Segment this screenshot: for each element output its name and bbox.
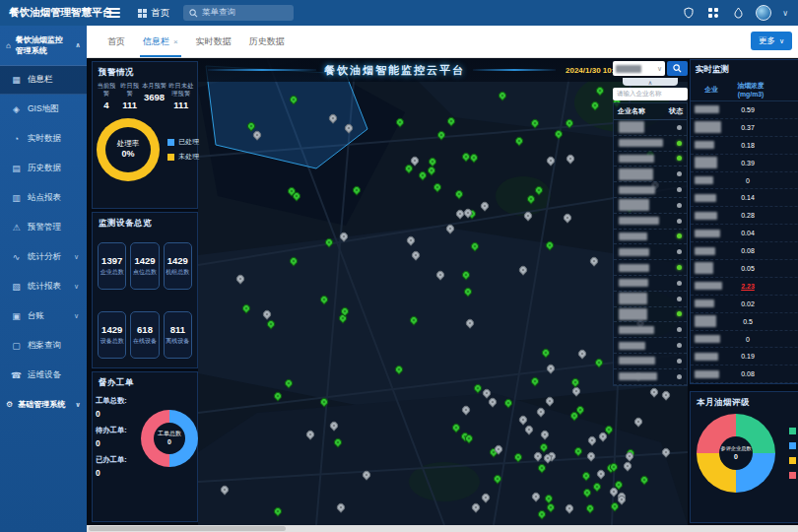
- region-select[interactable]: ∨: [613, 61, 665, 76]
- map-pin-offline-icon[interactable]: [262, 308, 273, 319]
- realtime-row[interactable]: 0.022023-09-01 17:39:00: [691, 296, 798, 313]
- map-pin-online-icon[interactable]: [512, 451, 523, 462]
- company-row[interactable]: [614, 214, 687, 230]
- map-pin-online-icon[interactable]: [569, 377, 580, 388]
- shield-icon[interactable]: [682, 6, 696, 20]
- map-pin-offline-icon[interactable]: [585, 451, 596, 462]
- map-pin-offline-icon[interactable]: [251, 129, 262, 140]
- sidebar-item-GIS地图[interactable]: ◈GIS地图: [0, 95, 87, 124]
- realtime-row[interactable]: 0.192023-10-06 13:04:00: [691, 348, 798, 366]
- company-row[interactable]: [614, 136, 687, 152]
- map-pin-online-icon[interactable]: [580, 471, 591, 482]
- company-row[interactable]: [614, 338, 687, 354]
- realtime-row[interactable]: 0.052024-01-30 10:03:00: [691, 260, 798, 278]
- map-pin-online-icon[interactable]: [283, 377, 294, 388]
- map-pin-online-icon[interactable]: [513, 135, 524, 146]
- map-pin-offline-icon[interactable]: [522, 210, 533, 221]
- map-pin-online-icon[interactable]: [333, 436, 344, 447]
- map-pin-offline-icon[interactable]: [577, 349, 588, 360]
- map-pin-offline-icon[interactable]: [523, 424, 534, 434]
- sidebar-item-历史数据[interactable]: ▤历史数据: [0, 154, 87, 183]
- map-pin-offline-icon[interactable]: [648, 386, 659, 397]
- map-pin-online-icon[interactable]: [453, 188, 464, 199]
- sidebar-item-信息栏[interactable]: ▦信息栏: [0, 65, 87, 95]
- sidebar-item-统计分析[interactable]: ∿统计分析∨: [0, 242, 87, 272]
- map-pin-offline-icon[interactable]: [546, 363, 557, 373]
- sidebar-section-base[interactable]: ⚙ 基础管理系统 ∨: [0, 390, 87, 419]
- company-row[interactable]: [614, 244, 687, 260]
- map-pin-online-icon[interactable]: [451, 423, 462, 433]
- company-name-input[interactable]: 请输入企业名称: [613, 88, 688, 100]
- map-pin-online-icon[interactable]: [426, 165, 436, 175]
- sidebar-item-站点报表[interactable]: ▥站点报表: [0, 183, 87, 213]
- company-row[interactable]: [614, 166, 687, 182]
- map-pin-offline-icon[interactable]: [336, 501, 347, 512]
- map-pin-offline-icon[interactable]: [470, 501, 481, 512]
- map-pin-offline-icon[interactable]: [481, 493, 492, 503]
- sidebar-item-实时数据[interactable]: ◔实时数据: [0, 124, 87, 154]
- map-pin-offline-icon[interactable]: [544, 395, 555, 406]
- map-pin-offline-icon[interactable]: [444, 223, 455, 233]
- company-row[interactable]: [614, 369, 687, 385]
- tab-历史数据[interactable]: 历史数据: [240, 35, 294, 57]
- company-row[interactable]: [614, 230, 687, 245]
- map-pin-offline-icon[interactable]: [517, 265, 528, 276]
- map-pin-online-icon[interactable]: [436, 129, 447, 140]
- sidebar-item-统计报表[interactable]: ▧统计报表∨: [0, 272, 87, 301]
- map-pin-online-icon[interactable]: [581, 488, 592, 499]
- realtime-row[interactable]: 0.082023-12-03 12:47:00: [691, 366, 798, 383]
- map-pin-online-icon[interactable]: [541, 348, 552, 359]
- map-pin-offline-icon[interactable]: [545, 155, 556, 166]
- map-pin-online-icon[interactable]: [240, 302, 251, 313]
- company-row[interactable]: [614, 152, 687, 167]
- company-row[interactable]: [614, 260, 687, 276]
- map-pin-online-icon[interactable]: [526, 193, 537, 204]
- map-pin-online-icon[interactable]: [537, 462, 548, 473]
- map-pin-online-icon[interactable]: [445, 115, 456, 126]
- map-pin-offline-icon[interactable]: [565, 502, 575, 513]
- map-pin-online-icon[interactable]: [502, 397, 513, 408]
- realtime-row[interactable]: 0.372024-01-30 10:03:00: [691, 119, 798, 137]
- map-pin-offline-icon[interactable]: [361, 469, 371, 480]
- map-pin-online-icon[interactable]: [352, 184, 363, 195]
- map-pin-offline-icon[interactable]: [410, 250, 421, 261]
- map-pin-online-icon[interactable]: [323, 237, 334, 248]
- company-row[interactable]: [614, 198, 687, 214]
- map-pin-online-icon[interactable]: [272, 390, 283, 401]
- realtime-row[interactable]: 0.52023-10-06 16:44:00: [691, 313, 798, 331]
- realtime-row[interactable]: 0.042024-01-30 10:03:00: [691, 225, 798, 242]
- map-pin-online-icon[interactable]: [589, 100, 600, 110]
- map-pin-online-icon[interactable]: [593, 357, 604, 367]
- sidebar-item-台账[interactable]: ▣台账∨: [0, 301, 87, 331]
- close-icon[interactable]: ×: [173, 37, 178, 46]
- map-pin-online-icon[interactable]: [584, 502, 595, 513]
- map-pin-online-icon[interactable]: [639, 474, 650, 485]
- company-row[interactable]: [614, 307, 687, 323]
- map-pin-online-icon[interactable]: [460, 151, 471, 162]
- map-pin-online-icon[interactable]: [409, 314, 420, 325]
- map-pin-online-icon[interactable]: [288, 255, 299, 266]
- sidebar-item-预警管理[interactable]: ⚠预警管理: [0, 213, 87, 242]
- menu-search-input[interactable]: 菜单查询: [183, 5, 294, 21]
- map-pin-offline-icon[interactable]: [518, 414, 529, 425]
- map-pin-offline-icon[interactable]: [539, 429, 550, 439]
- map-pin-online-icon[interactable]: [530, 375, 541, 386]
- map-pin-offline-icon[interactable]: [328, 421, 339, 432]
- map-pin-online-icon[interactable]: [539, 442, 550, 453]
- map-pin-offline-icon[interactable]: [632, 417, 643, 428]
- map-pin-online-icon[interactable]: [594, 85, 605, 96]
- map-pin-offline-icon[interactable]: [531, 491, 542, 501]
- flame-icon[interactable]: [731, 6, 745, 20]
- chevron-down-icon[interactable]: ∨: [782, 9, 788, 18]
- map-pin-offline-icon[interactable]: [465, 317, 476, 328]
- map-pin-online-icon[interactable]: [319, 295, 330, 305]
- apps-icon[interactable]: [706, 6, 720, 20]
- map-pin-offline-icon[interactable]: [234, 273, 245, 284]
- map-pin-offline-icon[interactable]: [488, 396, 499, 407]
- map-pin-offline-icon[interactable]: [479, 201, 490, 212]
- map-pin-offline-icon[interactable]: [435, 269, 446, 280]
- map-pin-offline-icon[interactable]: [588, 255, 599, 266]
- sidebar-section-main[interactable]: ⌂ 餐饮油烟监控管理系统 ∧: [0, 26, 87, 65]
- map-pin-offline-icon[interactable]: [405, 235, 416, 246]
- realtime-row[interactable]: 0.592024-01-30 10:03:00: [691, 101, 798, 119]
